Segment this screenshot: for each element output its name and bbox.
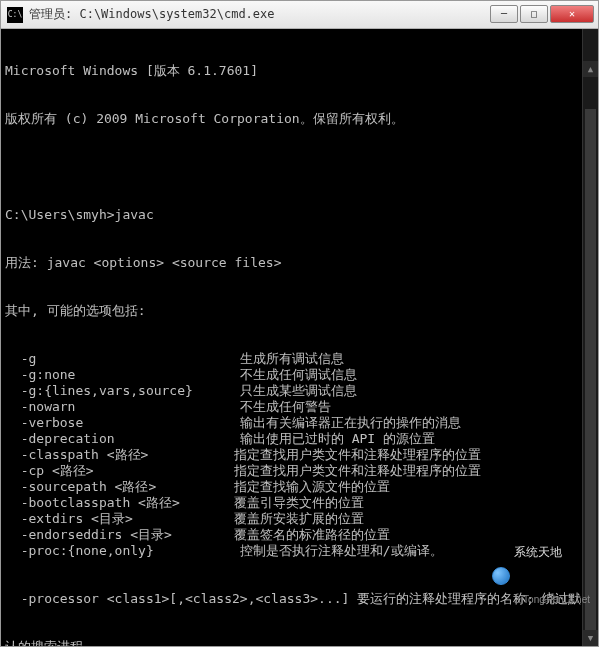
option-line: -verbose 输出有关编译器正在执行的操作的消息 [5, 415, 594, 431]
minimize-button[interactable]: ─ [490, 5, 518, 23]
window-buttons: ─ □ ✕ [488, 5, 594, 25]
watermark-logo-icon [492, 567, 510, 585]
header-line: 版权所有 (c) 2009 Microsoft Corporation。保留所有… [5, 111, 594, 127]
terminal-output[interactable]: Microsoft Windows [版本 6.1.7601] 版权所有 (c)… [1, 29, 598, 646]
usage-line: 其中, 可能的选项包括: [5, 303, 594, 319]
prompt: C:\Users\smyh> [5, 207, 115, 222]
scroll-up-button[interactable]: ▲ [583, 61, 598, 77]
command: javac [115, 207, 154, 222]
option-line: -classpath <路径> 指定查找用户类文件和注释处理程序的位置 [5, 447, 594, 463]
prompt-line: C:\Users\smyh>javac [5, 207, 594, 223]
option-line: -sourcepath <路径> 指定查找输入源文件的位置 [5, 479, 594, 495]
window-title: 管理员: C:\Windows\system32\cmd.exe [29, 6, 488, 23]
option-line: 认的搜索进程 [5, 639, 594, 646]
usage-line: 用法: javac <options> <source files> [5, 255, 594, 271]
option-line: -cp <路径> 指定查找用户类文件和注释处理程序的位置 [5, 463, 594, 479]
window-titlebar: C:\ 管理员: C:\Windows\system32\cmd.exe ─ □… [1, 1, 598, 29]
close-button[interactable]: ✕ [550, 5, 594, 23]
watermark-title: 系统天地 [514, 544, 590, 560]
option-line: -bootclasspath <路径> 覆盖引导类文件的位置 [5, 495, 594, 511]
header-line: Microsoft Windows [版本 6.1.7601] [5, 63, 594, 79]
watermark-url: XiTongTianDi.net [514, 592, 590, 608]
option-line: -g 生成所有调试信息 [5, 351, 594, 367]
option-line: -g:none 不生成任何调试信息 [5, 367, 594, 383]
maximize-button[interactable]: □ [520, 5, 548, 23]
watermark: 系统天地 XiTongTianDi.net [492, 512, 590, 640]
blank-line [5, 159, 594, 175]
option-line: -g:{lines,vars,source} 只生成某些调试信息 [5, 383, 594, 399]
option-line: -deprecation 输出使用已过时的 API 的源位置 [5, 431, 594, 447]
app-icon: C:\ [7, 7, 23, 23]
option-line: -nowarn 不生成任何警告 [5, 399, 594, 415]
